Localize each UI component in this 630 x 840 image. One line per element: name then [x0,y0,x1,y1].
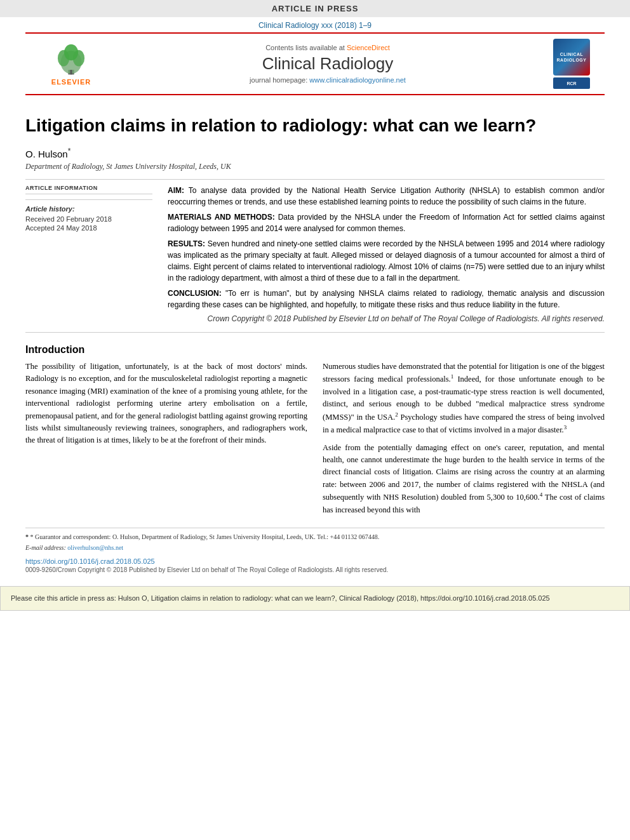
journal-header: ELSEVIER Contents lists available at Sci… [25,32,605,95]
introduction-body: The possibility of litigation, unfortuna… [25,361,605,521]
footnote-area: * * Guarantor and correspondent: O. Huls… [25,528,605,552]
article-info-col: ARTICLE INFORMATION Article history: Rec… [25,185,152,323]
accepted-date: Accepted 24 May 2018 [25,224,152,232]
footnote-asterisk-note: * * Guarantor and correspondent: O. Huls… [25,532,605,542]
citation-bar: Please cite this article in press as: Hu… [0,586,630,611]
introduction-heading: Introduction [25,344,605,356]
issn-line: 0009-9260/Crown Copyright © 2018 Publish… [25,566,605,573]
intro-left-p1: The possibility of litigation, unfortuna… [25,361,307,447]
article-history-label: Article history: [25,205,152,213]
journal-reference: Clinical Radiology xxx (2018) 1–9 [0,17,630,32]
doi-line: https://doi.org/10.1016/j.crad.2018.05.0… [25,557,605,565]
divider-2 [25,332,605,333]
sciencedirect-link[interactable]: ScienceDirect [347,44,390,51]
main-content: Litigation claims in relation to radiolo… [0,95,630,580]
svg-point-4 [64,44,78,61]
ref-2: 2 [395,411,398,418]
author-line: O. Hulson* [25,147,605,159]
elsevier-logo-area: ELSEVIER [33,42,109,86]
divider-info [25,199,152,200]
doi-link[interactable]: https://doi.org/10.1016/j.crad.2018.05.0… [25,557,155,565]
author-name: O. Hulson [25,149,68,159]
abstract-aim-text: To analyse data provided by the National… [168,186,605,206]
abstract-results-text: Seven hundred and ninety-one settled cla… [168,239,605,283]
ref-1: 1 [451,373,454,380]
journal-title-area: Contents lists available at ScienceDirec… [109,44,546,84]
abstract-methods: MATERIALS AND METHODS: Data provided by … [168,211,605,234]
article-title: Litigation claims in relation to radiolo… [25,114,605,137]
ref-4: 4 [540,491,543,498]
footnote-email: E-mail address: oliverhulson@nhs.net [25,543,605,552]
received-date: Received 20 February 2018 [25,215,152,223]
intro-right-p2: Aside from the potentially damaging effe… [323,442,605,516]
elsevier-badge: RCR [553,77,590,89]
introduction-left-col: The possibility of litigation, unfortuna… [25,361,307,521]
article-in-press-banner: ARTICLE IN PRESS [0,0,630,17]
journal-title: Clinical Radiology [109,54,546,74]
abstract-results: RESULTS: Seven hundred and ninety-one se… [168,238,605,284]
article-info-heading: ARTICLE INFORMATION [25,185,152,194]
abstract-copyright: Crown Copyright © 2018 Published by Else… [168,314,605,323]
intro-right-p1: Numerous studies have demonstrated that … [323,361,605,437]
abstract-section: ARTICLE INFORMATION Article history: Rec… [25,185,605,323]
abstract-col: AIM: To analyse data provided by the Nat… [168,185,605,323]
abstract-conclusion-text: "To err is human", but by analysing NHSL… [168,289,605,309]
abstract-aim: AIM: To analyse data provided by the Nat… [168,185,605,208]
journal-homepage-link[interactable]: www.clinicalradiologyonline.net [309,76,406,84]
author-asterisk: * [68,147,71,156]
email-link[interactable]: oliverhulson@nhs.net [67,544,123,551]
abstract-conclusion: CONCLUSION: "To err is human", but by an… [168,288,605,310]
journal-badge-area: CLINICAL RADIOLOGY RCR [546,39,597,89]
divider-1 [25,179,605,180]
introduction-right-col: Numerous studies have demonstrated that … [323,361,605,521]
journal-homepage: journal homepage: www.clinicalradiologyo… [109,76,546,84]
elsevier-tree-icon [49,42,93,77]
elsevier-label: ELSEVIER [51,78,91,86]
ref-3: 3 [564,424,567,430]
radiology-badge: CLINICAL RADIOLOGY [553,39,590,76]
sciencedirect-line: Contents lists available at ScienceDirec… [109,44,546,51]
affiliation: Department of Radiology, St James Univer… [25,162,605,171]
